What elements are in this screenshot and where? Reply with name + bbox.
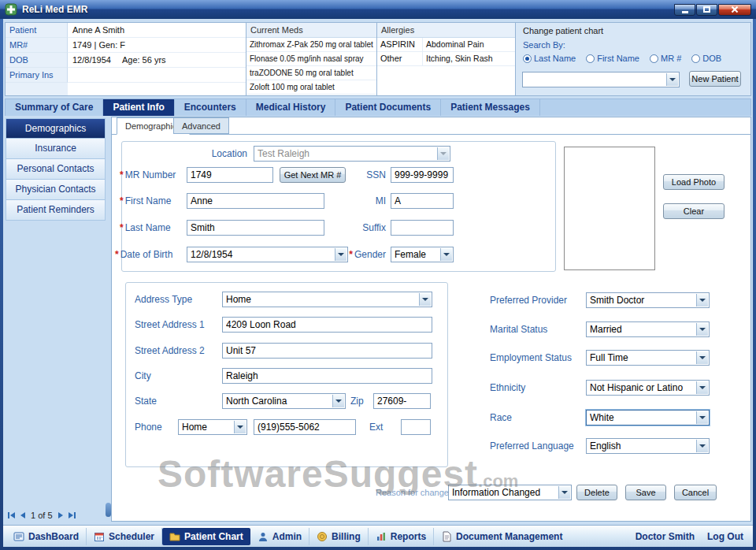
preferred-provider-select[interactable]: Smith Doctor: [586, 292, 710, 308]
scrollbar-thumb[interactable]: [106, 503, 111, 517]
dob-label-text: Date of Birth: [120, 249, 173, 260]
reason-for-change-select[interactable]: Information Changed: [448, 485, 572, 500]
allergy-name: ASPIRIN: [377, 38, 423, 51]
cancel-button[interactable]: Cancel: [674, 485, 717, 500]
required-marker: *: [120, 169, 124, 180]
patient-search-combobox[interactable]: [522, 72, 680, 87]
dob-select[interactable]: 12/8/1954: [187, 247, 348, 262]
chevron-down-icon[interactable]: [666, 73, 678, 86]
coin-icon: [317, 531, 328, 542]
search-by-label: Search By:: [523, 40, 565, 50]
gender-select[interactable]: Female: [391, 247, 454, 262]
clear-photo-button[interactable]: Clear: [663, 203, 724, 219]
state-select[interactable]: North Carolina: [222, 393, 346, 409]
first-name-input[interactable]: [187, 193, 324, 209]
phone-number-input[interactable]: [254, 419, 356, 435]
allergy-name: Other: [377, 52, 423, 65]
employment-status-select[interactable]: Full Time: [586, 350, 710, 366]
taskbar-item-patient-chart[interactable]: Patient Chart: [162, 528, 250, 545]
city-input[interactable]: [222, 368, 432, 384]
chevron-down-icon[interactable]: [440, 248, 452, 261]
chevron-down-icon[interactable]: [234, 421, 246, 433]
taskbar-item-admin[interactable]: Admin: [250, 528, 309, 545]
ssn-input[interactable]: [391, 167, 454, 183]
tab-patient-documents[interactable]: Patient Documents: [335, 99, 441, 116]
chevron-down-icon[interactable]: [696, 294, 708, 307]
chevron-down-icon[interactable]: [696, 323, 708, 336]
mr-number-input[interactable]: [187, 167, 273, 183]
address-type-select[interactable]: Home: [222, 292, 432, 307]
taskbar-item-billing[interactable]: Billing: [309, 528, 369, 545]
phone-type-select[interactable]: Home: [178, 419, 247, 435]
taskbar-item-dashboard[interactable]: DashBoard: [6, 528, 87, 545]
delete-button[interactable]: Delete: [576, 485, 617, 500]
minimize-button[interactable]: [674, 4, 695, 16]
taskbar-item-document-management[interactable]: Document Management: [434, 528, 569, 545]
taskbar-item-scheduler[interactable]: Scheduler: [87, 528, 162, 545]
prev-record-button[interactable]: [20, 512, 25, 518]
location-select[interactable]: Test Raleigh: [254, 146, 450, 162]
chevron-down-icon[interactable]: [696, 411, 708, 424]
preferred-language-label: Preferred Language: [490, 440, 588, 452]
chevron-down-icon[interactable]: [696, 351, 708, 364]
close-button[interactable]: [718, 4, 751, 16]
sidebar-item-patient-reminders[interactable]: Patient Reminders: [6, 200, 106, 221]
sidebar-item-demographics[interactable]: Demographics: [6, 118, 106, 139]
mi-input[interactable]: [391, 193, 454, 209]
radio-option: First Name: [586, 54, 639, 63]
sidebar-item-insurance[interactable]: Insurance: [6, 139, 106, 159]
tab-medical-history[interactable]: Medical History: [246, 99, 336, 116]
client-area: Patient Anne A Smith MR# 1749 | Gen: F D…: [3, 19, 753, 547]
first-name-radio[interactable]: [586, 54, 595, 63]
get-next-mr-button[interactable]: Get Next MR #: [280, 167, 346, 183]
new-patient-button[interactable]: New Patient: [689, 71, 741, 87]
chevron-down-icon[interactable]: [332, 395, 344, 407]
tab-patient-messages[interactable]: Patient Messages: [441, 99, 540, 116]
race-select[interactable]: White: [586, 410, 710, 426]
taskbar-right: Doctor Smith Log Out: [636, 531, 750, 542]
required-marker: *: [120, 195, 124, 206]
chevron-down-icon[interactable]: [558, 486, 570, 499]
suffix-label: Suffix: [348, 222, 386, 233]
last-name-input[interactable]: [187, 220, 324, 236]
bottom-taskbar: DashBoard Scheduler Patient Chart Admin …: [3, 525, 753, 547]
taskbar-label: Admin: [272, 531, 302, 542]
patient-label: Patient: [6, 23, 68, 38]
ethnicity-select[interactable]: Not Hispanic or Latino: [586, 380, 710, 396]
ethnicity-label: Ethnicity: [490, 382, 583, 393]
street1-input[interactable]: [222, 317, 432, 333]
preferred-language-select[interactable]: English: [586, 438, 710, 454]
last-name-radio[interactable]: [523, 54, 532, 63]
subtab-advanced[interactable]: Advanced: [173, 117, 229, 134]
patient-info-content: Demographics Advanced Location Test Rale…: [111, 117, 751, 522]
preferred-provider-value: Smith Doctor: [590, 295, 695, 306]
ext-input[interactable]: [401, 419, 431, 435]
zip-input[interactable]: [373, 393, 431, 409]
dob-value: 12/8/1954Age: 56 yrs: [68, 53, 246, 68]
maximize-button[interactable]: [696, 4, 717, 16]
mr-number-radio[interactable]: [650, 54, 658, 63]
last-record-button[interactable]: [69, 512, 76, 518]
chevron-down-icon[interactable]: [696, 440, 708, 452]
sidebar-item-physician-contacts[interactable]: Physician Contacts: [6, 180, 106, 200]
last-name-label-text: Last Name: [125, 222, 171, 233]
tab-patient-info[interactable]: Patient Info: [103, 99, 174, 116]
marital-status-select[interactable]: Married: [586, 321, 710, 337]
street2-input[interactable]: [222, 343, 432, 359]
dob-radio[interactable]: [691, 54, 700, 63]
taskbar-item-reports[interactable]: Reports: [369, 528, 434, 545]
chevron-down-icon[interactable]: [696, 381, 708, 394]
tab-summary-of-care[interactable]: Summary of Care: [6, 99, 103, 116]
sidebar-item-personal-contacts[interactable]: Personal Contacts: [6, 159, 106, 180]
tab-encounters[interactable]: Encounters: [175, 99, 246, 116]
ssn-label: SSN: [348, 169, 386, 180]
age-value: Age: 56 yrs: [122, 55, 166, 65]
chevron-down-icon[interactable]: [419, 293, 431, 306]
logout-button[interactable]: Log Out: [707, 531, 743, 542]
next-record-button[interactable]: [58, 512, 63, 518]
save-button[interactable]: Save: [625, 485, 666, 500]
chevron-down-icon: [437, 147, 449, 160]
load-photo-button[interactable]: Load Photo: [663, 174, 724, 190]
suffix-input[interactable]: [391, 220, 454, 236]
first-record-button[interactable]: [8, 512, 15, 518]
